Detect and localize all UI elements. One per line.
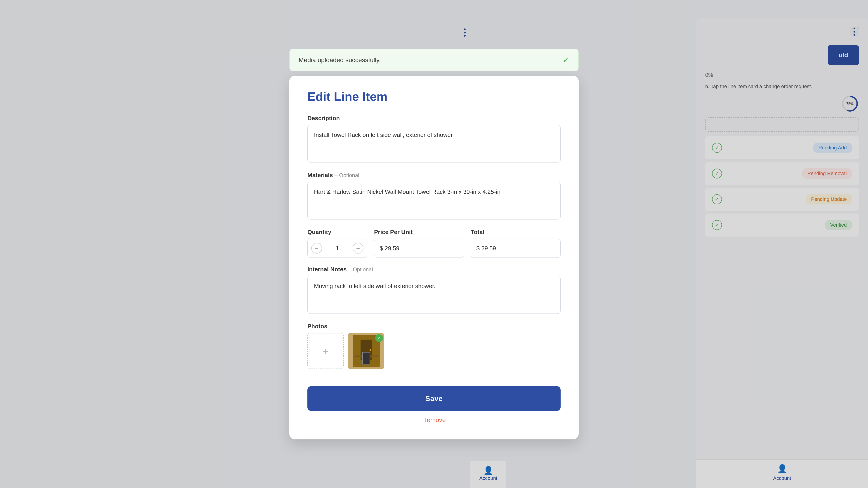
- description-label: Description: [307, 115, 561, 122]
- remove-button[interactable]: Remove: [307, 416, 561, 424]
- quantity-input-wrapper: − 1 +: [307, 239, 367, 258]
- success-check-icon: ✓: [563, 55, 569, 65]
- svg-rect-6: [370, 349, 371, 351]
- total-label: Total: [471, 229, 561, 236]
- success-notification: Media uploaded successfully. ✓: [289, 49, 579, 71]
- photos-label: Photos: [307, 323, 561, 330]
- internal-notes-field-group: Internal Notes – Optional Moving rack to…: [307, 266, 561, 315]
- quantity-field: Quantity − 1 +: [307, 229, 367, 258]
- internal-notes-optional: – Optional: [348, 266, 373, 272]
- description-field-group: Description Install Towel Rack on left s…: [307, 115, 561, 164]
- modal-container: Media uploaded successfully. ✓ Edit Line…: [289, 49, 579, 440]
- quantity-value: 1: [322, 245, 352, 252]
- photos-grid: +: [307, 333, 561, 369]
- quantity-decrement-button[interactable]: −: [311, 243, 322, 254]
- materials-label: Materials – Optional: [307, 172, 561, 179]
- quantity-label: Quantity: [307, 229, 367, 236]
- photo-thumbnail[interactable]: ✓: [348, 333, 384, 369]
- save-button[interactable]: Save: [307, 386, 561, 411]
- success-message: Media uploaded successfully.: [299, 57, 381, 64]
- quantity-increment-button[interactable]: +: [352, 243, 364, 254]
- materials-field-group: Materials – Optional Hart & Harlow Satin…: [307, 172, 561, 221]
- photo-upload-placeholder[interactable]: +: [307, 333, 344, 369]
- svg-rect-7: [354, 356, 379, 357]
- internal-notes-textarea[interactable]: Moving rack to left side wall of exterio…: [307, 276, 561, 314]
- total-field: Total $ 29.59: [471, 229, 561, 258]
- materials-textarea[interactable]: Hart & Harlow Satin Nickel Wall Mount To…: [307, 182, 561, 220]
- internal-notes-label: Internal Notes – Optional: [307, 266, 561, 273]
- edit-modal: Edit Line Item Description Install Towel…: [289, 76, 579, 440]
- total-value: $ 29.59: [476, 245, 496, 252]
- price-input-wrapper: $ 29.59: [374, 239, 464, 258]
- modal-title: Edit Line Item: [307, 90, 561, 103]
- plus-icon: +: [322, 345, 329, 357]
- description-textarea[interactable]: Install Towel Rack on left side wall, ex…: [307, 125, 561, 163]
- price-per-unit-label: Price Per Unit: [374, 229, 464, 236]
- photos-field-group: Photos +: [307, 323, 561, 369]
- total-input-wrapper: $ 29.59: [471, 239, 561, 258]
- quantity-row: Quantity − 1 + Price Per Unit $ 29.59: [307, 229, 561, 258]
- screen-container: uld 0% n. Tap the line item card a chang…: [0, 0, 868, 488]
- materials-optional: – Optional: [335, 172, 359, 178]
- photo-uploaded-check-badge: ✓: [375, 334, 383, 342]
- price-per-unit-field: Price Per Unit $ 29.59: [374, 229, 464, 258]
- price-per-unit-value: $ 29.59: [380, 245, 399, 252]
